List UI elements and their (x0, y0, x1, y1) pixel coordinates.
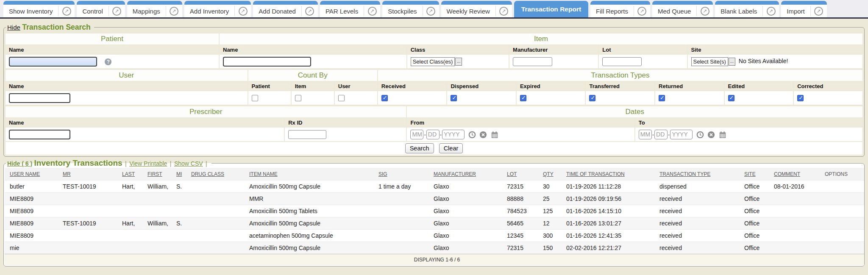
from-clock-icon[interactable] (468, 131, 476, 139)
table-cell (774, 242, 825, 254)
popout-icon[interactable]: ↗ (166, 7, 182, 16)
column-header-item-name[interactable]: ITEM NAME (249, 168, 378, 181)
column-header-manufacturer[interactable]: MANUFACTURER (434, 168, 507, 181)
tab-add-inventory[interactable]: Add Inventory↗ (184, 1, 251, 17)
from-clear-date-icon[interactable] (479, 131, 487, 139)
tab-show-inventory[interactable]: Show Inventory↗ (3, 1, 75, 17)
type-received-checkbox[interactable] (381, 95, 388, 101)
tab-add-donated[interactable]: Add Donated↗ (253, 1, 318, 17)
select-classes-button[interactable]: Select Class(es) (411, 57, 455, 66)
tab-blank-labels[interactable]: Blank Labels↗ (715, 1, 779, 17)
tab-transaction-report[interactable]: Transaction Report (514, 1, 588, 17)
column-header-mr[interactable]: MR (63, 168, 122, 181)
legend-separator: | (169, 160, 172, 167)
table-cell: 01-16-2026 12:41:35 (566, 230, 659, 242)
tab-control[interactable]: Control↗ (77, 1, 125, 17)
type-returned-checkbox[interactable] (659, 95, 665, 101)
dates-section-header: Dates (407, 106, 862, 117)
column-header-time-of-transaction[interactable]: TIME OF TRANSACTION (566, 168, 659, 181)
to-clock-icon[interactable] (696, 131, 704, 139)
popout-icon[interactable]: ↗ (811, 7, 827, 16)
from-day-input[interactable] (426, 130, 440, 139)
column-header-mi[interactable]: MI (176, 168, 191, 181)
column-header-drug-class[interactable]: DRUG CLASS (191, 168, 249, 181)
table-cell: 784523 (507, 205, 543, 217)
table-cell: received (659, 205, 744, 217)
popout-icon[interactable]: ↗ (235, 7, 251, 16)
column-header-transaction-type[interactable]: TRANSACTION TYPE (659, 168, 744, 181)
select-classes-ellipsis-button[interactable]: ... (455, 58, 462, 66)
item-name-input[interactable] (223, 57, 311, 67)
popout-icon[interactable]: ↗ (496, 7, 512, 16)
column-header-options: OPTIONS (825, 168, 864, 181)
show-csv-link[interactable]: Show CSV (174, 160, 203, 167)
tab-mappings[interactable]: Mappings↗ (127, 1, 182, 17)
column-header-comment[interactable]: COMMENT (774, 168, 825, 181)
type-dispensed-checkbox[interactable] (451, 95, 457, 101)
popout-icon[interactable]: ↗ (763, 7, 779, 16)
user-name-input[interactable] (9, 93, 70, 103)
popout-icon[interactable]: ↗ (423, 7, 439, 16)
popout-icon[interactable]: ↗ (634, 7, 650, 16)
to-month-input[interactable] (639, 130, 652, 139)
popout-icon[interactable]: ↗ (109, 7, 125, 16)
select-sites-ellipsis-button[interactable]: ... (729, 58, 735, 66)
popout-icon[interactable]: ↗ (302, 7, 318, 16)
table-cell (191, 217, 249, 230)
rx-id-input[interactable] (288, 130, 326, 139)
table-cell: 01-19-2026 11:12:28 (566, 181, 659, 193)
hide-search-link[interactable]: Hide (7, 24, 20, 31)
tab-import[interactable]: Import↗ (781, 1, 827, 17)
column-header-site[interactable]: SITE (744, 168, 774, 181)
countby-user-checkbox[interactable] (338, 95, 345, 101)
type-edited-checkbox[interactable] (728, 95, 734, 101)
to-calendar-icon[interactable] (719, 131, 726, 139)
countby-patient-checkbox[interactable] (252, 95, 258, 101)
type-transferred-checkbox[interactable] (589, 95, 595, 101)
column-header-last[interactable]: LAST (122, 168, 147, 181)
select-sites-button[interactable]: Select Site(s) (691, 57, 728, 66)
countby-item-checkbox[interactable] (295, 95, 301, 101)
tab-par-levels[interactable]: PAR Levels↗ (320, 1, 380, 17)
help-icon[interactable]: ? (105, 58, 111, 65)
tab-stockpiles[interactable]: Stockpiles↗ (382, 1, 439, 17)
tab-med-queue[interactable]: Med Queue↗ (652, 1, 713, 17)
popout-icon[interactable]: ↗ (697, 7, 713, 16)
transaction-types-section-header: Transaction Types (378, 70, 862, 81)
column-header-first[interactable]: FIRST (147, 168, 176, 181)
table-cell: Hart, (122, 181, 147, 193)
table-cell: dispensed (659, 181, 744, 193)
prescriber-name-input[interactable] (9, 130, 70, 139)
tab-fill-reports[interactable]: Fill Reports↗ (590, 1, 650, 17)
from-calendar-icon[interactable] (491, 131, 498, 139)
popout-icon[interactable]: ↗ (58, 7, 75, 16)
view-printable-link[interactable]: View Printable (129, 160, 167, 167)
table-cell: 02-02-2016 12:21:27 (566, 242, 659, 254)
column-header-user-name[interactable]: USER NAME (5, 168, 63, 181)
to-year-input[interactable] (670, 130, 693, 139)
table-cell (378, 230, 434, 242)
table-cell: received (659, 217, 744, 230)
user-section-header: User (6, 70, 248, 81)
table-cell: Amoxicillin 500mg Capsule (249, 217, 378, 230)
column-header-qty[interactable]: QTY (543, 168, 566, 181)
table-cell (176, 193, 191, 205)
column-header-lot[interactable]: LOT (507, 168, 543, 181)
tab-weekly-review[interactable]: Weekly Review↗ (441, 1, 512, 17)
hide-results-link[interactable]: Hide ( 6 ) (7, 160, 32, 167)
search-button[interactable]: Search (405, 143, 434, 153)
type-corrected-checkbox[interactable] (797, 95, 804, 101)
table-cell: William, (147, 181, 176, 193)
from-year-input[interactable] (442, 130, 465, 139)
patient-name-input[interactable] (9, 57, 97, 67)
manufacturer-input[interactable] (513, 57, 552, 66)
popout-icon[interactable]: ↗ (364, 7, 380, 16)
type-expired-checkbox[interactable] (520, 95, 526, 101)
to-day-input[interactable] (654, 130, 668, 139)
clear-button[interactable]: Clear (439, 143, 463, 153)
lot-input[interactable] (602, 57, 642, 66)
table-cell (191, 193, 249, 205)
from-month-input[interactable] (410, 130, 423, 139)
to-clear-date-icon[interactable] (707, 131, 715, 139)
column-header-sig[interactable]: SIG (378, 168, 434, 181)
